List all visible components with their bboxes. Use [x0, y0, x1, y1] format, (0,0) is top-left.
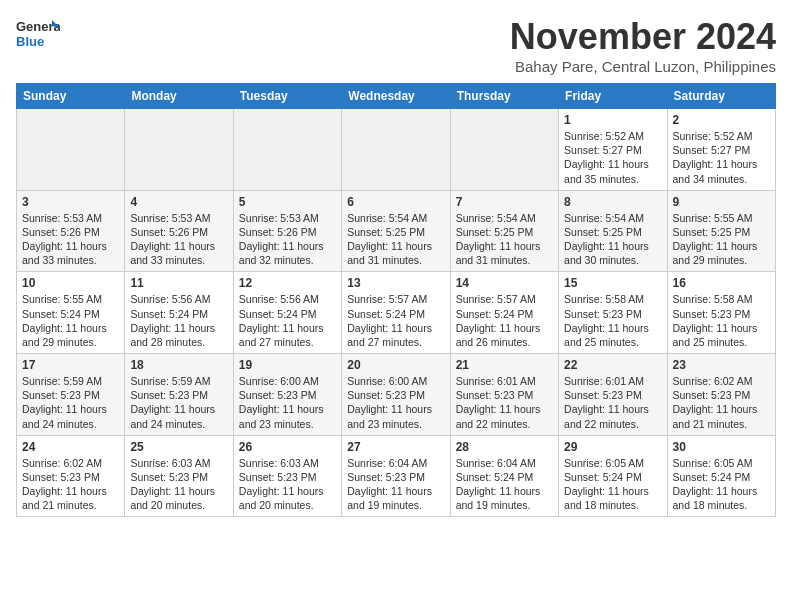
cell-info: Sunset: 5:23 PM	[22, 388, 119, 402]
calendar-cell: 14Sunrise: 5:57 AMSunset: 5:24 PMDayligh…	[450, 272, 558, 354]
calendar-cell: 9Sunrise: 5:55 AMSunset: 5:25 PMDaylight…	[667, 190, 775, 272]
week-row-3: 10Sunrise: 5:55 AMSunset: 5:24 PMDayligh…	[17, 272, 776, 354]
day-header-wednesday: Wednesday	[342, 84, 450, 109]
cell-info: Sunset: 5:23 PM	[673, 307, 770, 321]
location: Bahay Pare, Central Luzon, Philippines	[510, 58, 776, 75]
day-number: 6	[347, 195, 444, 209]
calendar-cell: 24Sunrise: 6:02 AMSunset: 5:23 PMDayligh…	[17, 435, 125, 517]
cell-info: Sunset: 5:23 PM	[239, 388, 336, 402]
day-number: 12	[239, 276, 336, 290]
day-number: 4	[130, 195, 227, 209]
week-row-4: 17Sunrise: 5:59 AMSunset: 5:23 PMDayligh…	[17, 354, 776, 436]
cell-info: Daylight: 11 hours and 30 minutes.	[564, 239, 661, 267]
cell-info: Sunrise: 5:59 AM	[22, 374, 119, 388]
cell-info: Sunset: 5:26 PM	[22, 225, 119, 239]
cell-info: Daylight: 11 hours and 20 minutes.	[130, 484, 227, 512]
day-number: 28	[456, 440, 553, 454]
cell-info: Daylight: 11 hours and 23 minutes.	[239, 402, 336, 430]
cell-info: Sunset: 5:23 PM	[347, 470, 444, 484]
cell-info: Sunset: 5:23 PM	[22, 470, 119, 484]
cell-info: Daylight: 11 hours and 28 minutes.	[130, 321, 227, 349]
cell-info: Sunrise: 6:05 AM	[564, 456, 661, 470]
day-number: 11	[130, 276, 227, 290]
cell-info: Daylight: 11 hours and 34 minutes.	[673, 157, 770, 185]
cell-info: Daylight: 11 hours and 21 minutes.	[673, 402, 770, 430]
cell-info: Sunset: 5:24 PM	[130, 307, 227, 321]
day-number: 2	[673, 113, 770, 127]
cell-info: Sunset: 5:25 PM	[456, 225, 553, 239]
calendar-cell: 1Sunrise: 5:52 AMSunset: 5:27 PMDaylight…	[559, 109, 667, 191]
cell-info: Sunrise: 5:52 AM	[564, 129, 661, 143]
calendar-cell: 5Sunrise: 5:53 AMSunset: 5:26 PMDaylight…	[233, 190, 341, 272]
cell-info: Daylight: 11 hours and 23 minutes.	[347, 402, 444, 430]
cell-info: Sunset: 5:23 PM	[130, 470, 227, 484]
calendar-cell: 26Sunrise: 6:03 AMSunset: 5:23 PMDayligh…	[233, 435, 341, 517]
cell-info: Sunrise: 6:02 AM	[673, 374, 770, 388]
cell-info: Sunrise: 5:55 AM	[673, 211, 770, 225]
calendar-cell: 30Sunrise: 6:05 AMSunset: 5:24 PMDayligh…	[667, 435, 775, 517]
day-number: 30	[673, 440, 770, 454]
cell-info: Sunset: 5:23 PM	[456, 388, 553, 402]
cell-info: Daylight: 11 hours and 24 minutes.	[130, 402, 227, 430]
cell-info: Daylight: 11 hours and 20 minutes.	[239, 484, 336, 512]
cell-info: Daylight: 11 hours and 22 minutes.	[564, 402, 661, 430]
cell-info: Sunset: 5:24 PM	[347, 307, 444, 321]
day-number: 27	[347, 440, 444, 454]
cell-info: Sunset: 5:25 PM	[673, 225, 770, 239]
calendar-cell: 12Sunrise: 5:56 AMSunset: 5:24 PMDayligh…	[233, 272, 341, 354]
cell-info: Sunset: 5:26 PM	[130, 225, 227, 239]
month-year: November 2024	[510, 16, 776, 58]
cell-info: Daylight: 11 hours and 25 minutes.	[564, 321, 661, 349]
calendar-cell	[17, 109, 125, 191]
calendar-cell: 8Sunrise: 5:54 AMSunset: 5:25 PMDaylight…	[559, 190, 667, 272]
cell-info: Daylight: 11 hours and 24 minutes.	[22, 402, 119, 430]
day-number: 10	[22, 276, 119, 290]
day-number: 1	[564, 113, 661, 127]
day-number: 16	[673, 276, 770, 290]
calendar-cell	[233, 109, 341, 191]
cell-info: Daylight: 11 hours and 25 minutes.	[673, 321, 770, 349]
cell-info: Daylight: 11 hours and 31 minutes.	[347, 239, 444, 267]
day-number: 8	[564, 195, 661, 209]
day-number: 9	[673, 195, 770, 209]
week-row-5: 24Sunrise: 6:02 AMSunset: 5:23 PMDayligh…	[17, 435, 776, 517]
cell-info: Sunrise: 6:01 AM	[456, 374, 553, 388]
cell-info: Daylight: 11 hours and 18 minutes.	[564, 484, 661, 512]
week-row-2: 3Sunrise: 5:53 AMSunset: 5:26 PMDaylight…	[17, 190, 776, 272]
day-number: 13	[347, 276, 444, 290]
cell-info: Sunrise: 5:57 AM	[456, 292, 553, 306]
svg-text:General: General	[16, 19, 60, 34]
cell-info: Daylight: 11 hours and 29 minutes.	[22, 321, 119, 349]
title-block: November 2024 Bahay Pare, Central Luzon,…	[510, 16, 776, 75]
calendar-cell	[450, 109, 558, 191]
calendar-cell: 19Sunrise: 6:00 AMSunset: 5:23 PMDayligh…	[233, 354, 341, 436]
calendar-cell: 17Sunrise: 5:59 AMSunset: 5:23 PMDayligh…	[17, 354, 125, 436]
cell-info: Sunrise: 6:05 AM	[673, 456, 770, 470]
day-header-friday: Friday	[559, 84, 667, 109]
svg-text:Blue: Blue	[16, 34, 44, 49]
calendar-cell: 6Sunrise: 5:54 AMSunset: 5:25 PMDaylight…	[342, 190, 450, 272]
calendar-cell: 15Sunrise: 5:58 AMSunset: 5:23 PMDayligh…	[559, 272, 667, 354]
calendar-cell: 10Sunrise: 5:55 AMSunset: 5:24 PMDayligh…	[17, 272, 125, 354]
calendar-cell: 29Sunrise: 6:05 AMSunset: 5:24 PMDayligh…	[559, 435, 667, 517]
cell-info: Sunrise: 6:03 AM	[130, 456, 227, 470]
cell-info: Sunset: 5:27 PM	[564, 143, 661, 157]
cell-info: Sunset: 5:23 PM	[564, 388, 661, 402]
calendar-cell: 21Sunrise: 6:01 AMSunset: 5:23 PMDayligh…	[450, 354, 558, 436]
cell-info: Sunrise: 5:59 AM	[130, 374, 227, 388]
cell-info: Daylight: 11 hours and 19 minutes.	[456, 484, 553, 512]
calendar-cell: 13Sunrise: 5:57 AMSunset: 5:24 PMDayligh…	[342, 272, 450, 354]
cell-info: Sunrise: 5:56 AM	[130, 292, 227, 306]
day-header-monday: Monday	[125, 84, 233, 109]
cell-info: Sunrise: 5:54 AM	[564, 211, 661, 225]
cell-info: Sunrise: 5:57 AM	[347, 292, 444, 306]
calendar-cell: 11Sunrise: 5:56 AMSunset: 5:24 PMDayligh…	[125, 272, 233, 354]
cell-info: Sunset: 5:24 PM	[456, 470, 553, 484]
cell-info: Daylight: 11 hours and 27 minutes.	[239, 321, 336, 349]
calendar-cell: 22Sunrise: 6:01 AMSunset: 5:23 PMDayligh…	[559, 354, 667, 436]
cell-info: Sunset: 5:25 PM	[347, 225, 444, 239]
cell-info: Sunrise: 5:54 AM	[456, 211, 553, 225]
day-header-thursday: Thursday	[450, 84, 558, 109]
cell-info: Sunrise: 6:01 AM	[564, 374, 661, 388]
day-number: 23	[673, 358, 770, 372]
